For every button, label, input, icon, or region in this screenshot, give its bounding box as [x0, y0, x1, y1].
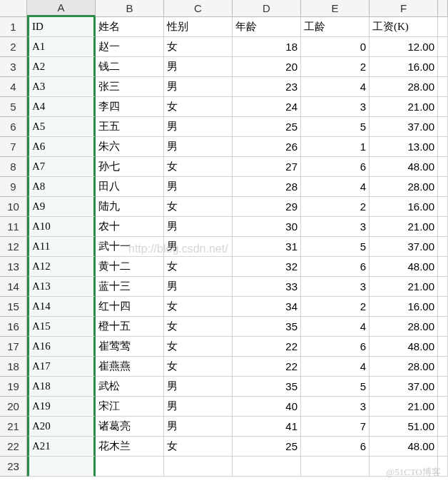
cell[interactable]: A2 [27, 57, 96, 77]
cell[interactable]: 4 [301, 177, 370, 197]
cell[interactable]: 女 [164, 297, 233, 317]
cell[interactable]: 女 [164, 157, 233, 177]
cell[interactable]: 男 [164, 237, 233, 257]
cell[interactable] [438, 297, 448, 317]
cell[interactable] [438, 117, 448, 137]
cell[interactable]: A15 [27, 317, 96, 337]
cell[interactable]: 28.00 [370, 77, 438, 97]
cell[interactable]: 16.00 [370, 197, 438, 217]
cell[interactable] [301, 457, 370, 477]
cell[interactable]: 24 [233, 97, 301, 117]
cell[interactable]: 男 [164, 417, 233, 437]
cell[interactable] [438, 437, 448, 457]
row-header[interactable]: 16 [0, 317, 27, 337]
cell[interactable] [438, 357, 448, 377]
cell[interactable]: 48.00 [370, 337, 438, 357]
cell[interactable]: 31 [233, 237, 301, 257]
cell[interactable]: 35 [233, 377, 301, 397]
row-header[interactable]: 23 [0, 457, 27, 477]
cell[interactable]: A13 [27, 277, 96, 297]
cell[interactable]: 橙十五 [96, 317, 164, 337]
cell[interactable]: 花木兰 [96, 437, 164, 457]
cell[interactable] [96, 457, 164, 477]
cell[interactable]: 27 [233, 157, 301, 177]
cell[interactable]: 女 [164, 337, 233, 357]
cell[interactable]: 13.00 [370, 137, 438, 157]
cell[interactable]: A6 [27, 137, 96, 157]
cell[interactable] [27, 457, 96, 477]
cell[interactable]: 女 [164, 437, 233, 457]
cell[interactable] [438, 377, 448, 397]
cell[interactable]: A21 [27, 437, 96, 457]
row-header[interactable]: 2 [0, 37, 27, 57]
cell[interactable]: 4 [301, 77, 370, 97]
cell[interactable]: 5 [301, 377, 370, 397]
row-header[interactable]: 21 [0, 417, 27, 437]
col-header-A[interactable]: A [27, 0, 96, 17]
cell[interactable] [438, 37, 448, 57]
cell[interactable]: ID [27, 17, 96, 37]
row-header[interactable]: 19 [0, 377, 27, 397]
cell[interactable]: 35 [233, 317, 301, 337]
cell[interactable]: 陆九 [96, 197, 164, 217]
cell[interactable]: 3 [301, 97, 370, 117]
row-header[interactable]: 22 [0, 437, 27, 457]
cell[interactable]: 田八 [96, 177, 164, 197]
cell[interactable]: 男 [164, 77, 233, 97]
cell[interactable]: 21.00 [370, 277, 438, 297]
cell[interactable] [233, 457, 301, 477]
cell[interactable]: 王五 [96, 117, 164, 137]
cell[interactable] [438, 417, 448, 437]
cell[interactable]: 6 [301, 437, 370, 457]
cell[interactable] [438, 77, 448, 97]
cell[interactable]: 女 [164, 37, 233, 57]
cell[interactable] [438, 457, 448, 477]
cell[interactable]: 孙七 [96, 157, 164, 177]
cell[interactable]: 蓝十三 [96, 277, 164, 297]
cell[interactable]: A11 [27, 237, 96, 257]
col-header-B[interactable]: B [96, 0, 164, 17]
cell[interactable]: A1 [27, 37, 96, 57]
cell[interactable]: 16.00 [370, 297, 438, 317]
cell[interactable]: 28.00 [370, 317, 438, 337]
cell[interactable]: 20 [233, 57, 301, 77]
cell[interactable]: 男 [164, 177, 233, 197]
cell[interactable]: 崔莺莺 [96, 337, 164, 357]
cell[interactable]: 32 [233, 257, 301, 277]
cell[interactable]: 宋江 [96, 397, 164, 417]
cell[interactable]: 12.00 [370, 37, 438, 57]
cell[interactable]: 22 [233, 337, 301, 357]
cell[interactable] [438, 157, 448, 177]
cell[interactable] [438, 17, 448, 37]
cell[interactable]: 5 [301, 117, 370, 137]
cell[interactable]: 26 [233, 137, 301, 157]
cell[interactable]: A9 [27, 197, 96, 217]
cell[interactable] [438, 57, 448, 77]
cell[interactable]: A14 [27, 297, 96, 317]
cell[interactable]: 28.00 [370, 177, 438, 197]
col-header-F[interactable]: F [370, 0, 438, 17]
cell[interactable] [438, 177, 448, 197]
cell[interactable] [164, 457, 233, 477]
cell[interactable]: 李四 [96, 97, 164, 117]
cell[interactable]: 男 [164, 397, 233, 417]
cell[interactable]: 农十 [96, 217, 164, 237]
cell[interactable]: 41 [233, 417, 301, 437]
row-header[interactable]: 13 [0, 257, 27, 277]
cell[interactable] [438, 237, 448, 257]
cell[interactable]: 武十一 [96, 237, 164, 257]
cell[interactable]: 5 [301, 237, 370, 257]
cell[interactable]: 女 [164, 97, 233, 117]
row-header[interactable]: 7 [0, 137, 27, 157]
row-header[interactable]: 10 [0, 197, 27, 217]
cell[interactable]: 张三 [96, 77, 164, 97]
cell[interactable]: 30 [233, 217, 301, 237]
cell[interactable]: 48.00 [370, 437, 438, 457]
cell[interactable]: 3 [301, 397, 370, 417]
cell[interactable]: 性别 [164, 17, 233, 37]
cell[interactable] [438, 337, 448, 357]
cell[interactable]: 34 [233, 297, 301, 317]
cell[interactable] [438, 277, 448, 297]
cell[interactable]: 21.00 [370, 217, 438, 237]
cell[interactable]: A8 [27, 177, 96, 197]
